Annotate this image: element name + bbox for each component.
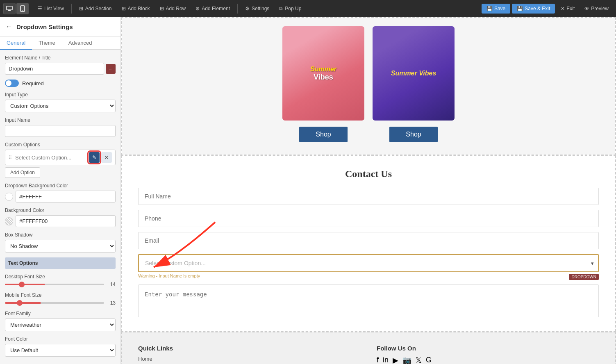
desktop-view-btn[interactable] bbox=[3, 3, 16, 14]
product-card-pink: Summer Vibes Shop bbox=[282, 26, 364, 142]
save-btn[interactable]: 💾 Save bbox=[482, 4, 510, 14]
summer-vibes-text-2: Summer Vibes bbox=[391, 70, 436, 77]
dropdown-wrapper: Select Custom Option... ▾ Warning - Inpu… bbox=[138, 254, 599, 280]
input-type-select[interactable]: Custom Options bbox=[5, 100, 116, 112]
toolbar: ☰ List View ⊞ Add Section ⊞ Add Block ⊞ … bbox=[0, 0, 616, 17]
required-toggle[interactable] bbox=[5, 80, 19, 87]
product-cards-area: Summer Vibes Shop Summer Vibes Shop bbox=[122, 18, 615, 155]
font-color-group: Font Color Use Default bbox=[5, 336, 116, 357]
phone-field[interactable] bbox=[138, 210, 599, 227]
box-shadow-select[interactable]: No Shadow bbox=[5, 240, 116, 253]
save-exit-btn[interactable]: 💾 Save & Exit bbox=[512, 4, 555, 14]
email-field[interactable] bbox=[138, 232, 599, 249]
add-row-btn[interactable]: ⊞ Add Row bbox=[156, 4, 190, 14]
add-option-btn[interactable]: Add Option bbox=[5, 167, 40, 178]
shop-btn-purple[interactable]: Shop bbox=[389, 127, 437, 142]
desktop-font-size-slider[interactable] bbox=[5, 284, 104, 285]
font-family-select[interactable]: Merriweather bbox=[5, 318, 116, 331]
shop-btn-pink[interactable]: Shop bbox=[299, 127, 347, 142]
text-options-section: Text Options bbox=[5, 257, 116, 269]
instagram-icon[interactable]: 📷 bbox=[402, 356, 411, 364]
mobile-font-size-slider[interactable] bbox=[5, 302, 104, 304]
font-family-label: Font Family bbox=[5, 311, 116, 316]
bg-color-row bbox=[5, 215, 116, 227]
element-name-ellipsis-btn[interactable]: ··· bbox=[106, 64, 116, 74]
tab-theme[interactable]: Theme bbox=[32, 36, 61, 50]
back-btn[interactable]: ← bbox=[5, 22, 13, 31]
required-label: Required bbox=[22, 80, 44, 86]
element-name-input[interactable] bbox=[5, 63, 104, 75]
desktop-font-size-label: Desktop Font Size bbox=[5, 274, 116, 280]
add-block-icon: ⊞ bbox=[122, 6, 126, 11]
sidebar: ← Dropdown Settings General Theme Advanc… bbox=[0, 17, 121, 364]
sidebar-content: Element Name / Title ··· Required Input … bbox=[0, 50, 120, 362]
mobile-font-size-slider-row: 13 bbox=[5, 300, 116, 306]
full-name-field[interactable] bbox=[138, 188, 599, 205]
dropdown-badge: DROPDOWN bbox=[569, 274, 599, 280]
element-name-group: Element Name / Title ··· bbox=[5, 55, 116, 75]
save-exit-icon: 💾 bbox=[517, 6, 523, 11]
contact-title: Contact Us bbox=[138, 168, 599, 180]
custom-option-select[interactable]: Select Custom Option... bbox=[138, 254, 599, 272]
toolbar-right: 💾 Save 💾 Save & Exit ✕ Exit 👁 Preview bbox=[482, 4, 613, 14]
add-block-btn[interactable]: ⊞ Add Block bbox=[118, 4, 154, 14]
sidebar-tabs: General Theme Advanced bbox=[0, 36, 120, 50]
input-name-input[interactable] bbox=[5, 125, 116, 137]
tab-general[interactable]: General bbox=[0, 36, 32, 50]
drag-handle-icon: ⠿ bbox=[9, 155, 12, 160]
list-view-btn[interactable]: ☰ List View bbox=[34, 4, 68, 14]
toolbar-divider-2 bbox=[237, 4, 238, 14]
home-link[interactable]: Home bbox=[138, 356, 360, 362]
input-type-label: Input Type bbox=[5, 92, 116, 98]
svg-rect-0 bbox=[7, 6, 12, 10]
font-family-group: Font Family Merriweather bbox=[5, 311, 116, 331]
facebook-icon[interactable]: f bbox=[377, 356, 379, 364]
mobile-view-btn[interactable] bbox=[16, 3, 29, 14]
dropdown-bg-color-group: Dropdown Background Color bbox=[5, 183, 116, 202]
popup-btn[interactable]: ⧉ Pop Up bbox=[275, 4, 305, 14]
social-icons: f in ▶ 📷 𝕏 G bbox=[377, 356, 599, 364]
custom-options-group: Custom Options ⠿ Select Custom Option...… bbox=[5, 142, 116, 178]
dropdown-field-container: Select Custom Option... ▾ bbox=[138, 254, 599, 272]
preview-btn[interactable]: 👁 Preview bbox=[580, 4, 613, 14]
contact-section: Contact Us Select Custom Option... ▾ War… bbox=[121, 155, 616, 332]
pink-shirt-image: Summer Vibes bbox=[282, 26, 364, 121]
twitter-icon[interactable]: 𝕏 bbox=[416, 356, 422, 364]
main-layout: ← Dropdown Settings General Theme Advanc… bbox=[0, 17, 616, 364]
add-element-btn[interactable]: ⊕ Add Element bbox=[191, 4, 234, 14]
message-field[interactable] bbox=[138, 284, 599, 317]
quick-links-title: Quick Links bbox=[138, 345, 360, 352]
add-section-btn[interactable]: ⊞ Add Section bbox=[75, 4, 116, 14]
exit-btn[interactable]: ✕ Exit bbox=[557, 4, 579, 14]
view-toggle-group bbox=[3, 3, 29, 14]
remove-option-btn[interactable]: ✕ bbox=[101, 152, 112, 163]
dropdown-bg-color-input[interactable] bbox=[16, 191, 116, 202]
desktop-font-size-value: 14 bbox=[107, 282, 116, 287]
mobile-font-size-label: Mobile Font Size bbox=[5, 292, 116, 298]
settings-btn[interactable]: ⚙ Settings bbox=[241, 4, 273, 14]
add-section-icon: ⊞ bbox=[79, 6, 83, 11]
sidebar-title: Dropdown Settings bbox=[16, 23, 73, 30]
google-icon[interactable]: G bbox=[426, 356, 432, 364]
bg-color-input[interactable] bbox=[16, 215, 116, 227]
input-type-group: Input Type Custom Options bbox=[5, 92, 116, 112]
dropdown-bg-color-swatch[interactable] bbox=[5, 193, 13, 201]
input-name-group: Input Name bbox=[5, 117, 116, 137]
list-view-icon: ☰ bbox=[38, 6, 42, 11]
quick-links-col: Quick Links Home bbox=[138, 345, 360, 364]
edit-option-btn[interactable]: ✎ bbox=[89, 152, 100, 163]
exit-icon: ✕ bbox=[561, 6, 565, 11]
sidebar-header: ← Dropdown Settings bbox=[0, 17, 120, 36]
purple-shirt-image: Summer Vibes bbox=[373, 26, 455, 121]
mobile-font-size-group: Mobile Font Size 13 bbox=[5, 292, 116, 306]
element-name-label: Element Name / Title bbox=[5, 55, 116, 61]
tab-advanced[interactable]: Advanced bbox=[62, 36, 99, 50]
youtube-icon[interactable]: ▶ bbox=[393, 356, 398, 364]
linkedin-icon[interactable]: in bbox=[383, 356, 389, 364]
mobile-font-size-value: 13 bbox=[107, 300, 116, 306]
svg-point-4 bbox=[22, 10, 23, 11]
font-color-label: Font Color bbox=[5, 336, 116, 342]
dropdown-bg-color-label: Dropdown Background Color bbox=[5, 183, 116, 189]
bg-color-swatch[interactable] bbox=[5, 217, 13, 225]
font-color-select[interactable]: Use Default bbox=[5, 344, 116, 357]
